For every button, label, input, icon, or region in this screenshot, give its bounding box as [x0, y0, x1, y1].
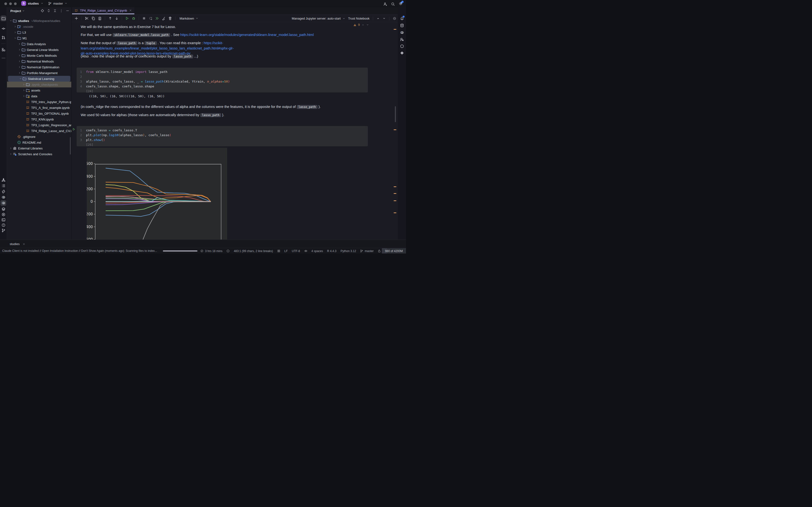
code-line[interactable]: 2plt.plot(np.log10(alphas_lasso), coefs_… — [77, 132, 368, 137]
tree-item-tp0-intro-jupyter-python-ip[interactable]: TP0_Intro_Jupyter_Python.ip — [7, 99, 71, 105]
tree-item-monte-carlo-methods[interactable]: Monte Carlo Methods — [7, 53, 71, 58]
cut-cell-icon[interactable] — [85, 16, 89, 20]
chevron-right-icon[interactable] — [18, 65, 21, 69]
inspections-widget[interactable]: 9 — [353, 23, 369, 26]
status-hexagon[interactable] — [226, 249, 230, 252]
stripe-warning-mark[interactable] — [394, 129, 396, 130]
chevron-right-icon[interactable] — [9, 152, 13, 156]
tree-item-l3[interactable]: L3 — [7, 30, 71, 35]
sidebar-item-services[interactable] — [0, 212, 6, 217]
sidebar-item-project[interactable] — [0, 15, 6, 21]
sidebar-item-structure[interactable] — [0, 47, 6, 52]
window-controls[interactable] — [4, 2, 19, 6]
sidebar-item-r-packages[interactable]: R — [0, 194, 6, 200]
status-git-branch[interactable]: master — [360, 249, 373, 253]
chevron-down-icon[interactable] — [13, 36, 17, 40]
tool-window-tab[interactable]: studies — [10, 240, 26, 248]
expand-all-icon[interactable] — [47, 9, 51, 12]
tree-item-assets[interactable]: assets — [7, 88, 71, 93]
chevron-right-icon[interactable] — [22, 94, 26, 98]
status-r-version[interactable]: R 4.4.3 — [327, 249, 337, 253]
close-icon[interactable] — [22, 243, 26, 245]
chevron-down-icon[interactable] — [64, 2, 67, 5]
sidebar-item-more[interactable] — [0, 55, 6, 61]
sidebar-item-commit[interactable] — [0, 25, 6, 32]
tree-item-general-linear-models[interactable]: General Linear Models — [7, 47, 71, 53]
stripe-warning-mark[interactable] — [394, 29, 396, 30]
tree-item-external-libraries[interactable]: External Libraries — [7, 145, 71, 151]
status-time[interactable]: 3 hrs 18 mins — [200, 249, 222, 253]
status-readonly[interactable] — [304, 249, 307, 252]
sidebar-item-todo[interactable] — [0, 183, 6, 188]
hyperlink[interactable]: https://scikit-learn.org/stable/modules/… — [180, 33, 314, 37]
restart-kernel-icon[interactable] — [149, 16, 152, 20]
delete-cell-icon[interactable] — [168, 16, 172, 20]
move-cell-down-icon[interactable] — [115, 16, 119, 20]
sidebar-item-layers[interactable] — [0, 206, 6, 212]
stripe-warning-mark[interactable] — [394, 193, 396, 194]
run-cell-icon[interactable] — [125, 16, 129, 20]
tree-item--vscode[interactable]: .vscode — [7, 24, 71, 30]
chevron-right-icon[interactable] — [13, 31, 17, 34]
chevron-down-icon[interactable] — [41, 2, 44, 5]
tree-item--gitignore[interactable]: .gitignore — [7, 134, 71, 139]
chevron-right-icon[interactable] — [18, 71, 21, 75]
code-line[interactable]: 2 — [77, 74, 368, 79]
panel-options-icon[interactable] — [59, 9, 63, 12]
code-cell[interactable]: 1coefs_lasso = coefs_lasso.T2plt.plot(np… — [77, 126, 368, 146]
status-python-interpreter[interactable]: Python 3.12 — [341, 249, 356, 253]
sidebar-item-assistant-chat[interactable] — [399, 37, 405, 42]
status-message[interactable]: Claude Client is not installed // Open I… — [2, 249, 124, 252]
code-line[interactable]: 4coefs_lasso.shape, coefs_lasso.shape — [77, 84, 368, 89]
tree-item-tp1-a-first-example-ipynb[interactable]: TP1_A_first_example.ipynb — [7, 105, 71, 111]
tree-item-data-analysis[interactable]: Data Analysis — [7, 41, 71, 47]
sidebar-item-plugin-puzzle[interactable] — [399, 50, 405, 56]
editor-scrollbar[interactable] — [395, 106, 396, 122]
chevron-right-icon[interactable] — [18, 59, 21, 63]
status-line-separator[interactable]: LF — [285, 249, 288, 253]
zoom-window-button[interactable] — [14, 2, 17, 5]
project-switcher[interactable]: studies — [28, 2, 39, 5]
chevron-right-icon[interactable] — [9, 146, 13, 150]
tree-item-tp4-ridge-lasso-and-cv-ip[interactable]: TP4_Ridge_Lasso_and_CV.ip — [7, 128, 71, 134]
sidebar-item-dependencies[interactable] — [0, 177, 6, 183]
move-cell-up-icon[interactable] — [108, 16, 112, 20]
sidebar-item-notifications[interactable] — [399, 16, 405, 21]
sidebar-item-r-tools[interactable]: R — [399, 30, 405, 36]
next-cell-icon[interactable] — [383, 17, 386, 20]
sidebar-item-problems[interactable] — [0, 222, 6, 228]
clear-outputs-icon[interactable] — [162, 16, 165, 20]
sidebar-item-python[interactable] — [0, 188, 6, 194]
sidebar-item-database[interactable] — [399, 22, 405, 28]
jupyter-server-dropdown[interactable]: Managed Jupyter server: auto-start — [292, 17, 345, 20]
tree-item-statistical-learning[interactable]: Statistical Learning — [8, 76, 70, 81]
stripe-warning-mark[interactable] — [394, 201, 396, 201]
sidebar-item-plugin-hexagon[interactable] — [399, 43, 405, 49]
code-cell[interactable]: 1from sklearn.linear_model import lasso_… — [77, 68, 368, 93]
code-line[interactable]: 1coefs_lasso = coefs_lasso.T — [77, 128, 368, 132]
chevron-right-icon[interactable] — [22, 82, 26, 87]
stripe-warning-mark[interactable] — [394, 186, 396, 187]
cell-type-dropdown[interactable]: Markdown — [180, 17, 198, 20]
status-encoding[interactable]: UTF-8 — [292, 249, 300, 253]
run-all-cells-icon[interactable] — [155, 16, 159, 20]
tab-notebook[interactable]: TP4_Ridge_Lasso_and_CV.ipynb — [72, 7, 134, 14]
tree-item-numerical-methods[interactable]: Numerical Methods — [7, 58, 71, 64]
tree-item-tp3-logistic-regression-an[interactable]: TP3_Logistic_Regression_an — [7, 122, 71, 128]
code-line[interactable]: 3alphas_lasso, coefs_lasso, _ = lasso_pa… — [77, 79, 368, 84]
chevron-down-icon[interactable] — [18, 77, 22, 80]
status-grid[interactable] — [277, 249, 280, 252]
sidebar-item-version-control[interactable] — [0, 227, 6, 233]
stop-kernel-icon[interactable] — [142, 16, 146, 20]
chevron-up-icon[interactable] — [361, 23, 364, 26]
tree-item-numerical-optimisation[interactable]: Numerical Optimisation — [7, 64, 71, 70]
hide-panel-icon[interactable] — [66, 9, 69, 12]
locate-file-icon[interactable] — [41, 9, 44, 12]
chevron-right-icon[interactable] — [13, 24, 17, 29]
collapse-all-icon[interactable] — [53, 9, 57, 12]
chevron-right-icon[interactable] — [18, 42, 21, 46]
stripe-warning-mark[interactable] — [394, 213, 396, 213]
tree-item-readme-md[interactable]: README.md — [7, 139, 71, 145]
tree-item--ipynb-checkpoints[interactable]: .ipynb_checkpoints — [7, 81, 71, 88]
close-window-button[interactable] — [4, 2, 7, 5]
